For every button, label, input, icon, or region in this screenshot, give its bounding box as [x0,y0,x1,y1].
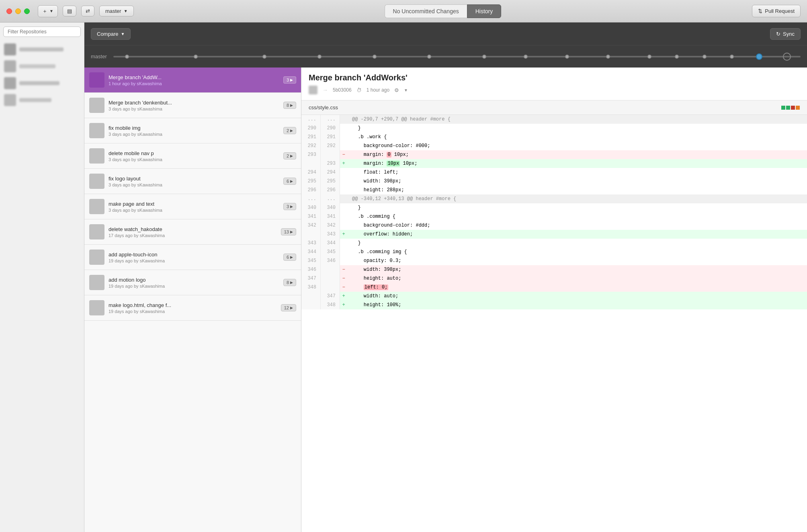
diff-line-num-right: 291 [321,133,340,141]
commit-badge: 8 ▶ [283,102,296,109]
diff-line-code: height: 100%; [347,301,807,309]
diff-dot-red [791,106,795,110]
commit-item[interactable]: make logo.html, change f... 19 days ago … [84,295,301,321]
plus-icon: ＋ [42,8,47,15]
settings-icon[interactable]: ⚙ [394,87,399,93]
sidebar-item[interactable] [0,75,84,92]
diff-line-code: .b .comming { [347,212,807,221]
timeline-dot[interactable] [675,55,679,59]
diff-line-num-left: 340 [301,203,321,212]
maximize-button[interactable] [24,8,30,14]
diff-line-num-left [301,230,321,239]
diff-line-code: overflow: hidden; [347,230,807,239]
timeline-dot-empty[interactable] [783,53,791,61]
timeline-dot[interactable] [565,55,569,59]
diff-sign-plus: + [340,292,347,301]
minimize-button[interactable] [15,8,21,14]
timeline-dot[interactable] [317,55,322,59]
commit-info: fix logo layout 3 days ago by sKawashima [109,176,279,187]
avatar [89,148,104,164]
diff-line-num-left: 294 [301,168,321,177]
diff-line-code: margin: 10px 10px; [347,159,807,168]
diff-line: 340 340 } [301,203,807,212]
diff-line-added: 293 + margin: 10px 10px; [301,159,807,168]
diff-line: 344 345 .b .comming img { [301,248,807,256]
diff-line-num-left: 346 [301,265,321,274]
branch-selector[interactable]: master ▼ [99,6,134,16]
timeline-dot[interactable] [427,55,431,59]
branch-compare-button[interactable]: ⇄ [81,6,94,16]
commit-message: fix logo layout [109,176,279,182]
diff-dot-green2 [786,106,790,110]
pull-request-button[interactable]: ⇅ Pull Request [752,5,801,17]
commit-item[interactable]: add apple-touch-icon 19 days ago by sKaw… [84,245,301,270]
diff-sign-plus: + [340,301,347,309]
diff-line-num-left: 347 [301,274,321,283]
add-button[interactable]: ＋ ▼ [38,5,58,17]
diff-color-dots [781,106,800,110]
timeline-dot[interactable] [647,55,651,59]
diff-line-code: background-color: #ddd; [347,221,807,230]
sidebar-item[interactable] [0,92,84,108]
timeline-dot[interactable] [703,55,707,59]
diff-sign-plus: + [340,230,347,239]
diff-line-num-right: 295 [321,177,340,186]
timeline-dot[interactable] [194,55,198,59]
history-button[interactable]: History [467,4,502,18]
timeline-dot[interactable] [125,55,129,59]
diff-line-num-left: 342 [301,221,321,230]
commit-item[interactable]: fix logo layout 3 days ago by sKawashima… [84,169,301,194]
commit-meta: 17 days ago by sKawashima [109,233,277,238]
commit-item[interactable]: delete mobile nav p 3 days ago by sKawas… [84,143,301,169]
timeline-bar: master [84,45,807,68]
arrow-icon: ▶ [290,78,293,82]
diff-content[interactable]: ... ... @@ -290,7 +290,7 @@ header #more… [301,115,807,532]
compare-button[interactable]: Compare ▼ [91,28,131,40]
commit-meta: 3 days ago by sKawashima [109,182,279,187]
sidebar-repo-name [19,47,63,51]
commit-badge: 3 ▶ [283,203,296,210]
avatar [89,224,104,239]
diff-line-removed: 346 − width: 398px; [301,265,807,274]
timeline-dot[interactable] [262,55,266,59]
commit-badge: 2 ▶ [283,127,296,134]
timeline-dot[interactable] [524,55,528,59]
diff-line-num-right: ... [321,115,340,124]
timeline-track[interactable] [113,56,801,57]
timeline-dot[interactable] [730,55,734,59]
sidebar-item[interactable] [0,58,84,75]
settings-chevron-icon[interactable]: ▼ [404,88,408,92]
sidebar-toggle-button[interactable]: ▤ [63,6,76,16]
commit-message: make logo.html, change f... [109,302,277,308]
diff-line-num-left [301,292,321,301]
timeline-dot[interactable] [482,55,486,59]
commit-item[interactable]: delete watch_hakodate 17 days ago by sKa… [84,219,301,245]
avatar [4,77,16,89]
diff-sign [340,248,347,256]
uncommitted-changes-button[interactable]: No Uncommitted Changes [385,4,467,18]
sidebar-item[interactable] [0,41,84,58]
sidebar-icon: ▤ [67,8,72,14]
close-button[interactable] [6,8,12,14]
content-area: Compare ▼ ↻ Sync master [84,23,807,532]
commit-badge: 12 ▶ [281,304,296,311]
commit-info: Merge branch 'denkenbut... 3 days ago by… [109,100,279,111]
sync-button[interactable]: ↻ Sync [770,28,801,40]
commit-time: 1 hour ago [367,87,389,93]
diff-line-code: } [347,124,807,133]
filter-repositories-input[interactable] [3,27,81,37]
avatar [4,60,16,72]
compare-chevron-icon: ▼ [121,32,125,36]
timeline-dot-active[interactable] [756,53,762,60]
diff-sign [340,203,347,212]
diff-sign [340,141,347,150]
commit-item[interactable]: make page and text 3 days ago by sKawash… [84,194,301,219]
commit-item-active[interactable]: Merge branch 'AddW... 1 hour ago by sKaw… [84,68,301,93]
commit-item[interactable]: Merge branch 'denkenbut... 3 days ago by… [84,93,301,118]
commit-item[interactable]: add motion logo 19 days ago by sKawashim… [84,270,301,295]
timeline-dot[interactable] [373,55,377,59]
diff-line-num-right: 345 [321,248,340,256]
commit-item[interactable]: fix mobile img 3 days ago by sKawashima … [84,118,301,143]
timeline-dot[interactable] [606,55,610,59]
sidebar-repo-name [19,98,51,102]
